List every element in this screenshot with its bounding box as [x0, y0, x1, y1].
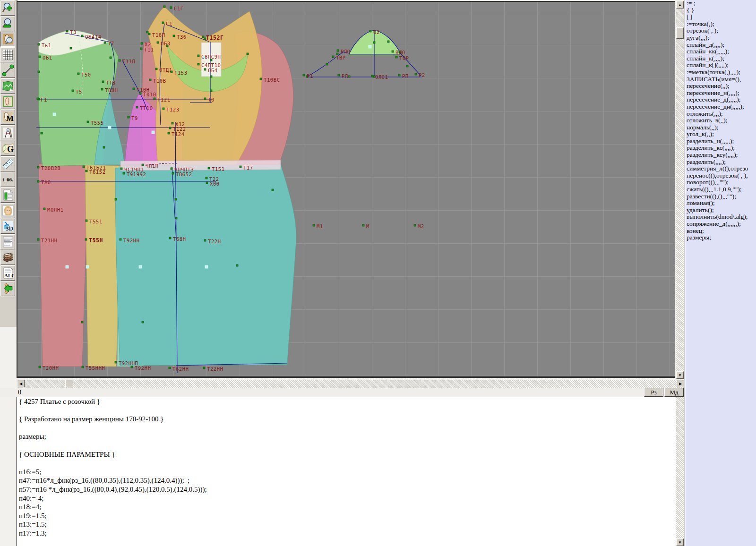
- text-list-button[interactable]: [0, 234, 15, 249]
- function-list-item[interactable]: отложить(,,,);: [685, 111, 756, 118]
- drawing-canvas[interactable]: С1ГС1Т3ОБ414Т7Ть1ОБ1Т16ПТ36Т152ГХ2Т11ОБ3…: [17, 1, 675, 378]
- point-label: Т6152: [89, 169, 106, 175]
- scroll-left-button[interactable]: ◀: [17, 380, 25, 387]
- function-list-item[interactable]: выполнить(dmod\.alg);: [685, 213, 756, 221]
- point-marker: [260, 78, 262, 80]
- segment-button[interactable]: [0, 63, 15, 78]
- drafting-tools-button[interactable]: [0, 125, 15, 140]
- function-list-item[interactable]: сжать((),,,1.1,0.9,"");: [685, 186, 756, 193]
- function-list-item[interactable]: симметрия_л((),отрезо: [685, 165, 756, 172]
- scroll-up-button[interactable]: ▲: [676, 1, 684, 9]
- function-list-item[interactable]: пересечение(,,);: [685, 83, 756, 90]
- function-list-item[interactable]: поворот((),,,"");: [685, 179, 756, 186]
- function-list-item[interactable]: конец;: [685, 228, 756, 235]
- function-list-item[interactable]: размеры;: [685, 234, 756, 241]
- exit-icon: [2, 282, 14, 295]
- point-marker: [141, 43, 143, 44]
- view-piece-button[interactable]: [0, 32, 15, 47]
- hscroll-thumb[interactable]: [65, 380, 73, 387]
- right-scrollbar[interactable]: ▲ ▼: [676, 1, 684, 379]
- point-marker: [115, 361, 117, 363]
- point-label: Т68Н: [173, 236, 186, 242]
- rz-button[interactable]: Рз: [644, 388, 663, 397]
- scroll-right-button[interactable]: ▶: [677, 380, 684, 387]
- threed-button[interactable]: 3D: [0, 219, 15, 234]
- point-label: Т151: [212, 166, 225, 172]
- point-marker: [66, 30, 68, 32]
- books-button[interactable]: [0, 250, 15, 265]
- function-list-item[interactable]: :=точка(,);: [685, 21, 756, 28]
- function-list-item[interactable]: сплайн_к[](,,,,);: [685, 62, 756, 69]
- letter-g-button[interactable]: G: [0, 141, 15, 156]
- status-value: 0: [18, 389, 21, 396]
- function-list-item[interactable]: пересечение_дн(,,,,,);: [685, 103, 756, 111]
- function-list-item[interactable]: разделить_кс(,,,,);: [685, 145, 756, 152]
- editor-scrollbar[interactable]: ▼: [676, 397, 684, 546]
- point-label: С1Г: [174, 6, 184, 11]
- point-marker: [387, 41, 389, 43]
- function-list-item[interactable]: разделить_н(,,,,,);: [685, 138, 756, 145]
- code-line: [17, 406, 676, 415]
- function-list-item[interactable]: дуга(,,,);: [685, 34, 756, 42]
- function-list-item[interactable]: развести((),(),,,"");: [685, 193, 756, 200]
- point-label: М1: [317, 223, 323, 229]
- function-list-item[interactable]: ЗАПИСАТЬ(имя=(),: [685, 76, 756, 83]
- point-marker: [369, 30, 371, 32]
- code-line: [17, 441, 676, 450]
- function-list-item[interactable]: пересечение_н(,,,,);: [685, 90, 756, 97]
- point-marker: [171, 168, 172, 170]
- function-list-item[interactable]: ломаная();: [685, 200, 756, 207]
- horizontal-scrollbar[interactable]: ◀ ▶: [17, 380, 684, 388]
- point-label: ТВ8Н: [105, 87, 118, 93]
- function-list-item[interactable]: { }: [685, 7, 756, 14]
- point-label: О2: [373, 29, 380, 35]
- alg-doc-button[interactable]: ALG: [0, 265, 15, 281]
- function-list-item[interactable]: угол_к(,,);: [685, 131, 756, 138]
- point-marker: [406, 65, 408, 67]
- point-marker: [202, 36, 204, 38]
- zoom-in-button[interactable]: [0, 0, 15, 16]
- letter-m-button[interactable]: M: [0, 110, 15, 125]
- point-marker: [338, 74, 340, 76]
- scroll-down-button[interactable]: ▼: [676, 371, 684, 379]
- grid-button[interactable]: [0, 47, 15, 62]
- function-list-item[interactable]: := ;: [685, 0, 756, 7]
- table-chart-button[interactable]: [0, 188, 15, 203]
- selection-handle: [86, 265, 89, 268]
- editor-scroll-down-button[interactable]: ▼: [676, 538, 684, 546]
- point-label: Т55Н: [89, 237, 103, 244]
- function-list-item[interactable]: :=метка(точка(,),,,,);: [685, 69, 756, 76]
- exit-button[interactable]: [0, 281, 15, 296]
- function-list-item[interactable]: [ ]: [685, 14, 756, 21]
- function-list-item[interactable]: отложить_в(,,);: [685, 117, 756, 124]
- function-list-item[interactable]: пересечение_д(,,,,,);: [685, 96, 756, 103]
- function-list-item[interactable]: отрезок( , );: [685, 27, 756, 34]
- function-list-item[interactable]: удалить();: [685, 207, 756, 214]
- function-list-item[interactable]: сопряжение_д(,,,,,,);: [685, 221, 756, 228]
- point-marker: [162, 22, 164, 24]
- function-list-item[interactable]: сплайн_к(,,,,);: [685, 55, 756, 62]
- function-list-item[interactable]: разделить_ксу(,,,,);: [685, 152, 756, 159]
- zoom-out-button[interactable]: [0, 16, 15, 31]
- selection-handle: [369, 45, 371, 48]
- md-button[interactable]: Мд: [664, 388, 684, 397]
- i66-button[interactable]: i_66.: [0, 172, 15, 187]
- picture-button[interactable]: [0, 78, 15, 94]
- function-list-item[interactable]: перенос((),отрезок( , ),: [685, 172, 756, 179]
- function-list-item[interactable]: сплайн_кк(,,,,,);: [685, 48, 756, 55]
- function-list-item[interactable]: сплайн_д(,,,,);: [685, 42, 756, 49]
- point-marker: [37, 180, 39, 182]
- algorithm-editor[interactable]: { 4257 Платье с розочкой } { Разработано…: [17, 397, 676, 546]
- point-marker: [115, 198, 117, 200]
- point-marker: [131, 366, 133, 368]
- pattern-frame-button[interactable]: [0, 94, 15, 109]
- scroll-thumb[interactable]: [676, 27, 684, 39]
- point-marker: [123, 172, 125, 174]
- svg-text:3D: 3D: [6, 225, 13, 232]
- point-marker: [142, 321, 144, 323]
- ruler-button[interactable]: 7 8: [0, 156, 15, 171]
- function-list-item[interactable]: нормаль(,,);: [685, 124, 756, 131]
- portrait-button[interactable]: [0, 203, 15, 218]
- point-marker: [72, 90, 74, 92]
- function-list-item[interactable]: разделить(,,,,);: [685, 159, 756, 166]
